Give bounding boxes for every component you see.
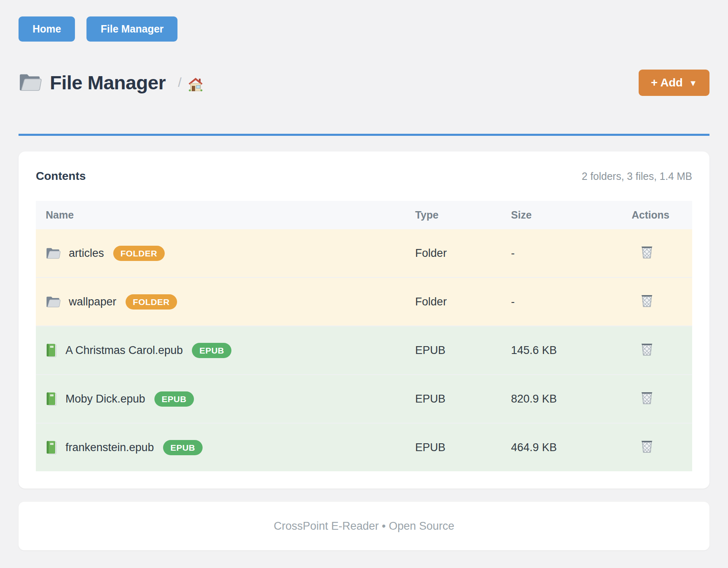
file-type: EPUB xyxy=(415,326,511,375)
column-header-actions: Actions xyxy=(629,201,692,229)
file-name-link[interactable]: articles xyxy=(69,247,104,260)
epub-badge: EPUB xyxy=(154,391,194,407)
footer-text: CrossPoint E-Reader • Open Source xyxy=(274,520,455,533)
file-type: Folder xyxy=(415,229,511,277)
contents-header: Contents 2 folders, 3 files, 1.4 MB xyxy=(36,169,692,184)
accent-divider xyxy=(19,134,709,136)
folder-badge: FOLDER xyxy=(113,246,165,261)
column-header-type: Type xyxy=(415,201,511,229)
table-row[interactable]: articles FOLDER Folder - xyxy=(36,229,692,277)
contents-summary: 2 folders, 3 files, 1.4 MB xyxy=(582,170,692,182)
file-type: Folder xyxy=(415,277,511,326)
file-name-link[interactable]: wallpaper xyxy=(69,296,117,308)
delete-button[interactable] xyxy=(640,438,654,454)
file-size: - xyxy=(511,277,629,326)
file-type: EPUB xyxy=(415,423,511,471)
page-title: File Manager xyxy=(50,72,166,93)
file-name-link[interactable]: Moby Dick.epub xyxy=(65,393,145,405)
green-book-icon xyxy=(46,440,57,454)
footer: CrossPoint E-Reader • Open Source xyxy=(19,502,709,550)
breadcrumb-separator: / xyxy=(178,75,182,90)
file-manager-button[interactable]: File Manager xyxy=(86,16,177,42)
green-book-icon xyxy=(46,392,57,406)
table-row[interactable]: frankenstein.epub EPUB EPUB 464.9 KB xyxy=(36,423,692,471)
folder-icon xyxy=(46,296,61,308)
table-row[interactable]: wallpaper FOLDER Folder - xyxy=(36,277,692,326)
folder-badge: FOLDER xyxy=(126,294,177,310)
delete-button[interactable] xyxy=(640,341,654,356)
top-nav: Home File Manager xyxy=(19,16,709,42)
trash-icon xyxy=(640,293,654,308)
contents-title: Contents xyxy=(36,169,86,184)
table-row[interactable]: Moby Dick.epub EPUB EPUB 820.9 KB xyxy=(36,375,692,423)
file-name-link[interactable]: frankenstein.epub xyxy=(65,441,154,454)
column-header-name: Name xyxy=(36,201,415,229)
file-size: 145.6 KB xyxy=(511,326,629,375)
home-button[interactable]: Home xyxy=(19,16,75,42)
delete-button[interactable] xyxy=(640,293,654,308)
delete-button[interactable] xyxy=(640,244,654,259)
folder-icon xyxy=(19,72,42,93)
table-row[interactable]: A Christmas Carol.epub EPUB EPUB 145.6 K… xyxy=(36,326,692,375)
house-icon xyxy=(188,77,203,91)
contents-card: Contents 2 folders, 3 files, 1.4 MB Name… xyxy=(19,151,709,489)
epub-badge: EPUB xyxy=(163,440,203,455)
chevron-down-icon: ▼ xyxy=(689,79,697,87)
trash-icon xyxy=(640,244,654,259)
file-size: 464.9 KB xyxy=(511,423,629,471)
folder-icon xyxy=(46,247,61,259)
trash-icon xyxy=(640,438,654,454)
file-type: EPUB xyxy=(415,375,511,423)
epub-badge: EPUB xyxy=(192,343,231,358)
delete-button[interactable] xyxy=(640,390,654,405)
page: Home File Manager File Manager / + Add ▼… xyxy=(0,0,728,550)
file-size: - xyxy=(511,229,629,277)
trash-icon xyxy=(640,390,654,405)
green-book-icon xyxy=(46,343,57,357)
trash-icon xyxy=(640,341,654,356)
page-header: File Manager / + Add ▼ xyxy=(19,70,709,96)
file-size: 820.9 KB xyxy=(511,375,629,423)
file-name-link[interactable]: A Christmas Carol.epub xyxy=(65,344,183,357)
table-header-row: Name Type Size Actions xyxy=(36,201,692,229)
column-header-size: Size xyxy=(511,201,629,229)
file-table: Name Type Size Actions articles FOLDER F… xyxy=(36,201,692,471)
add-button-label: + Add xyxy=(651,77,683,88)
breadcrumb-home-link[interactable] xyxy=(188,77,203,91)
add-button[interactable]: + Add ▼ xyxy=(639,70,709,96)
